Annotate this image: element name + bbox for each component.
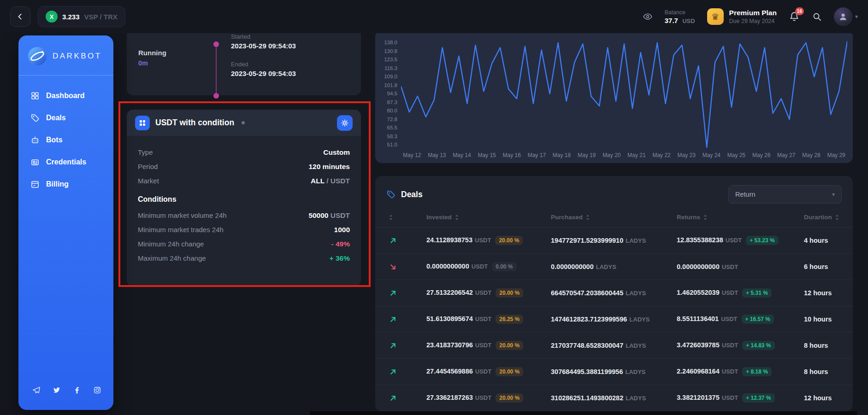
sidebar-item-dashboard[interactable]: Dashboard: [18, 87, 113, 105]
y-tick-label: 94.5: [387, 91, 397, 96]
setting-label: Type: [138, 148, 153, 156]
sidebar-item-bots[interactable]: Bots: [18, 131, 113, 149]
status-elapsed: 0m: [138, 59, 148, 67]
table-row[interactable]: 51.6130895674USDT26.25 %1474612823.71239…: [375, 306, 853, 332]
column-header-durartion[interactable]: Durartion: [804, 214, 842, 221]
notifications-count-badge: 16: [795, 7, 804, 15]
eye-icon[interactable]: [643, 12, 653, 22]
sort-icon: [703, 215, 707, 220]
sidebar-item-label: Dashboard: [46, 92, 85, 100]
column-header-returns[interactable]: Returns: [677, 214, 804, 221]
setting-label: Minimum market volume 24h: [138, 211, 227, 219]
returns-pct-badge: + 12.37 %: [742, 393, 774, 403]
gear-icon[interactable]: [337, 115, 353, 131]
x-tick-label: May 29: [827, 152, 845, 159]
x-tick-label: May 14: [453, 152, 471, 159]
conditions-heading: Conditions: [138, 195, 350, 204]
duration-cell: 12 hours: [804, 289, 842, 297]
x-tick-label: May 21: [627, 152, 645, 159]
setting-row: MarketALL / USDT: [138, 174, 350, 188]
trend-up-icon: [389, 289, 398, 297]
table-row[interactable]: 27.4454569886USDT20.00 %307684495.388119…: [375, 358, 853, 385]
y-tick-label: 80.0: [387, 108, 397, 113]
table-row[interactable]: 0.0000000000USDT0.00 %0.0000000000LADYS0…: [375, 253, 853, 280]
purchased-cell: 217037748.6528300047LADYS: [551, 342, 677, 349]
x-tick-label: May 25: [727, 152, 745, 159]
x-tick-label: May 22: [652, 152, 670, 159]
returns-cell: 2.2460968164USDT+ 8.18 %: [677, 367, 804, 376]
trend-up-icon: [389, 237, 398, 245]
timeline-time: 2023-05-29 09:54:03: [231, 70, 296, 77]
search-icon[interactable]: [812, 12, 822, 22]
dashboard-icon: [30, 91, 40, 100]
sidebar-item-deals[interactable]: Deals: [18, 109, 113, 127]
sidebar-item-credentials[interactable]: Credentials: [18, 153, 113, 171]
sidebar-item-label: Deals: [46, 114, 66, 122]
x-tick-label: May 12: [403, 152, 421, 159]
x-tick-label: May 27: [777, 152, 795, 159]
returns-pct-badge: + 16.57 %: [742, 315, 774, 324]
returns-pct-badge: + 5.31 %: [742, 288, 772, 298]
avatar: [834, 7, 852, 26]
table-row[interactable]: 23.4183730796USDT20.00 %217037748.652830…: [375, 332, 853, 358]
instagram-icon[interactable]: [93, 386, 101, 394]
returns-pct-badge: + 14.83 %: [742, 341, 774, 350]
setting-label: Market: [138, 177, 159, 185]
sort-all-header[interactable]: [389, 215, 426, 220]
plan-block: ♛ Premium Plan Due 29 May 2024: [707, 8, 777, 25]
bot-card-body: TypeCustomPeriod120 minutesMarketALL / U…: [127, 136, 361, 275]
facebook-icon[interactable]: [73, 386, 81, 394]
table-row[interactable]: 27.5132206542USDT20.00 %664570547.203860…: [375, 280, 853, 306]
column-header-invested[interactable]: Invested: [426, 214, 551, 221]
invested-pct-badge: 20.00 %: [496, 341, 523, 350]
price-chart-card: 138.0130.8123.5116.3109.0101.894.587.380…: [375, 30, 853, 163]
setting-row: Period120 minutes: [138, 159, 350, 174]
credentials-icon: [30, 158, 40, 167]
setting-label: Minimum market trades 24h: [138, 226, 224, 234]
sidebar-item-label: Bots: [46, 136, 63, 144]
y-tick-label: 109.0: [384, 74, 397, 79]
plan-due-date: Due 29 May 2024: [729, 18, 777, 24]
returns-cell: 12.8355388238USDT+ 53.23 %: [677, 236, 804, 245]
column-header-purchased[interactable]: Purchased: [551, 214, 677, 221]
notifications-bell-icon[interactable]: 16: [789, 11, 800, 22]
duration-cell: 8 hours: [804, 342, 842, 349]
return-filter-select[interactable]: Return ▾: [728, 185, 842, 204]
timeline-dot-end: [213, 93, 219, 99]
deals-icon: [30, 113, 40, 123]
x-tick-label: May 13: [428, 152, 446, 159]
telegram-icon[interactable]: [32, 386, 41, 394]
topbar: X 3.233 VSP / TRX Balance 37.7 USD ♛ Pre…: [0, 0, 868, 33]
duration-cell: 4 hours: [804, 237, 842, 244]
deals-title: Deals: [401, 190, 423, 199]
pair-selector[interactable]: X 3.233 VSP / TRX: [38, 6, 125, 27]
x-tick-label: May 23: [678, 152, 696, 159]
twitter-icon[interactable]: [53, 386, 61, 394]
sidebar-item-billing[interactable]: Billing: [18, 175, 113, 193]
invested-cell: 27.5132206542USDT20.00 %: [426, 288, 551, 298]
app-window: X 3.233 VSP / TRX Balance 37.7 USD ♛ Pre…: [0, 0, 868, 415]
darkbot-logo-icon: [28, 47, 47, 66]
setting-label: Maximum 24h change: [138, 254, 206, 262]
y-tick-label: 72.8: [387, 117, 397, 122]
back-button[interactable]: [10, 6, 30, 27]
invested-pct-badge: 20.00 %: [496, 393, 523, 403]
next-card-edge: [310, 411, 857, 415]
user-menu[interactable]: ▾: [834, 7, 858, 26]
invested-cell: 27.4454569886USDT20.00 %: [426, 367, 551, 376]
purchased-cell: 310286251.1493800282LADYS: [551, 394, 677, 402]
timeline-entry-started: Started 2023-05-29 09:54:03: [231, 33, 296, 50]
sort-icon: [389, 215, 393, 220]
bot-conditions-rows: Minimum market volume 24h50000 USDTMinim…: [138, 208, 350, 265]
select-value: Return: [735, 191, 756, 198]
bot-config-card: USDT with condition TypeCustomPeriod120 …: [127, 110, 361, 286]
status-state: Running: [138, 49, 166, 57]
timeline-time: 2023-05-29 09:54:03: [231, 42, 296, 50]
invested-pct-badge: 26.25 %: [496, 315, 523, 324]
table-row[interactable]: 24.1128938753USDT20.00 %194772971.529399…: [375, 227, 853, 253]
timeline-label: Ended: [231, 61, 296, 68]
balance-block: Balance 37.7 USD: [665, 9, 695, 24]
table-row[interactable]: 27.3362187263USDT20.00 %310286251.149380…: [375, 385, 853, 411]
setting-row: Maximum 24h change+ 36%: [138, 251, 350, 265]
setting-row: Minimum market volume 24h50000 USDT: [138, 208, 350, 222]
